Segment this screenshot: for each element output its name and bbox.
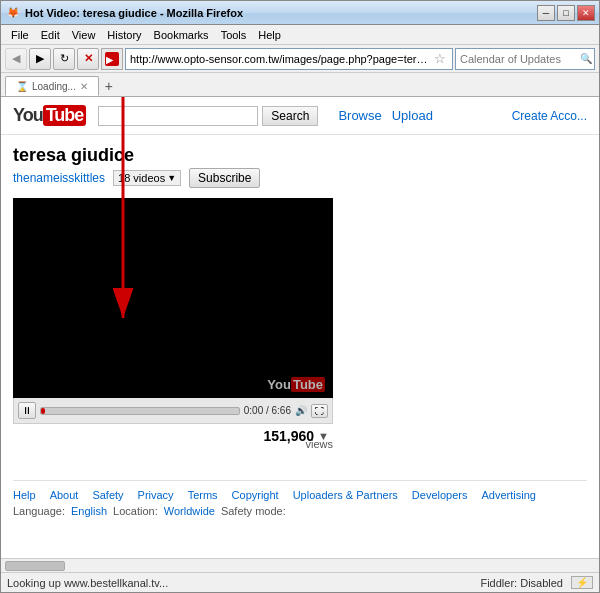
favicon: ▶ (101, 48, 123, 70)
svg-text:▶: ▶ (106, 55, 114, 65)
channel-name-link[interactable]: thenameisskittles (13, 171, 105, 185)
video-count-badge: 18 videos ▼ (113, 170, 181, 186)
bookmark-star-icon[interactable]: ☆ (432, 51, 448, 66)
menu-help[interactable]: Help (252, 27, 287, 43)
firefox-icon: 🦊 (5, 5, 21, 21)
footer-link-row: Help About Safety Privacy Terms Copyrigh… (13, 489, 587, 501)
upload-link[interactable]: Upload (392, 108, 433, 123)
youtube-logo-you: You (13, 105, 43, 126)
address-text: http://www.opto-sensor.com.tw/images/pag… (130, 53, 432, 65)
menu-history[interactable]: History (101, 27, 147, 43)
nav-search-box[interactable]: 🔍 (455, 48, 595, 70)
back-button[interactable]: ◀ (5, 48, 27, 70)
footer-advertising[interactable]: Advertising (481, 489, 535, 501)
status-text: Looking up www.bestellkanal.tv... (7, 577, 480, 589)
minimize-button[interactable]: ─ (537, 5, 555, 21)
page-title: teresa giudice (13, 145, 587, 166)
location-value[interactable]: Worldwide (164, 505, 215, 517)
footer-privacy[interactable]: Privacy (138, 489, 174, 501)
tab-loading-icon: ⌛ (16, 81, 28, 92)
footer-developers[interactable]: Developers (412, 489, 468, 501)
youtube-logo: YouTube (13, 105, 86, 126)
pause-button[interactable]: ⏸ (18, 402, 36, 419)
fullscreen-button[interactable]: ⛶ (311, 404, 328, 418)
browser-window: 🦊 Hot Video: teresa giudice - Mozilla Fi… (0, 0, 600, 593)
menu-bar: File Edit View History Bookmarks Tools H… (1, 25, 599, 45)
footer-help[interactable]: Help (13, 489, 36, 501)
channel-info: thenameisskittles 18 videos ▼ Subscribe (13, 168, 587, 188)
window-title: Hot Video: teresa giudice - Mozilla Fire… (25, 7, 537, 19)
video-count-text: 18 videos (118, 172, 165, 184)
video-screen[interactable]: YouTube (13, 198, 333, 398)
nav-search-input[interactable] (456, 53, 580, 65)
tab-bar: ⌛ Loading... ✕ + (1, 73, 599, 97)
menu-edit[interactable]: Edit (35, 27, 66, 43)
video-controls: ⏸ 0:00 / 6:66 🔊 ⛶ (13, 398, 333, 424)
volume-icon[interactable]: 🔊 (295, 405, 307, 416)
browse-link[interactable]: Browse (338, 108, 381, 123)
youtube-search-input[interactable] (98, 106, 258, 126)
tab-label: Loading... (32, 81, 76, 92)
safety-label: Safety mode: (221, 505, 286, 517)
footer-terms[interactable]: Terms (188, 489, 218, 501)
progress-bar[interactable] (40, 407, 240, 415)
menu-bookmarks[interactable]: Bookmarks (148, 27, 215, 43)
forward-button[interactable]: ▶ (29, 48, 51, 70)
footer-safety[interactable]: Safety (92, 489, 123, 501)
footer-links: Help About Safety Privacy Terms Copyrigh… (13, 480, 587, 523)
views-label: views (305, 438, 333, 450)
tab-close-icon[interactable]: ✕ (80, 81, 88, 92)
maximize-button[interactable]: □ (557, 5, 575, 21)
nav-bar: ◀ ▶ ↻ ✕ ▶ http://www.opto-sensor.com.tw/… (1, 45, 599, 73)
menu-tools[interactable]: Tools (215, 27, 253, 43)
video-wrapper: YouTube ⏸ 0:00 / 6:66 🔊 ⛶ 151,960 ▼ (13, 198, 333, 450)
page-content: YouTube Search Browse Upload Create Acco… (1, 97, 599, 558)
new-tab-button[interactable]: + (101, 78, 117, 94)
youtube-header: YouTube Search Browse Upload Create Acco… (1, 97, 599, 135)
youtube-search-bar: Search (98, 106, 318, 126)
reload-button[interactable]: ↻ (53, 48, 75, 70)
stop-button[interactable]: ✕ (77, 48, 99, 70)
time-display: 0:00 / 6:66 (244, 405, 291, 416)
footer-copyright[interactable]: Copyright (232, 489, 279, 501)
window-controls: ─ □ ✕ (537, 5, 595, 21)
close-button[interactable]: ✕ (577, 5, 595, 21)
address-bar[interactable]: http://www.opto-sensor.com.tw/images/pag… (125, 48, 453, 70)
fiddler-badge[interactable]: ⚡ (571, 576, 593, 589)
h-scroll-thumb[interactable] (5, 561, 65, 571)
youtube-logo-tube: Tube (43, 105, 87, 126)
location-label: Location: (113, 505, 158, 517)
youtube-watermark: YouTube (267, 377, 325, 392)
youtube-search-button[interactable]: Search (262, 106, 318, 126)
active-tab[interactable]: ⌛ Loading... ✕ (5, 76, 99, 96)
status-bar: Looking up www.bestellkanal.tv... Fiddle… (1, 572, 599, 592)
menu-view[interactable]: View (66, 27, 102, 43)
footer-uploaders[interactable]: Uploaders & Partners (293, 489, 398, 501)
footer-info-row: Language: English Location: Worldwide Sa… (13, 505, 587, 517)
title-bar: 🦊 Hot Video: teresa giudice - Mozilla Fi… (1, 1, 599, 25)
create-account-link[interactable]: Create Acco... (512, 109, 587, 123)
progress-fill (41, 408, 45, 414)
footer-about[interactable]: About (50, 489, 79, 501)
youtube-nav-links: Browse Upload (338, 108, 433, 123)
menu-file[interactable]: File (5, 27, 35, 43)
horizontal-scrollbar[interactable] (1, 558, 599, 572)
language-label: Language: (13, 505, 65, 517)
fiddler-status: Fiddler: Disabled (480, 577, 563, 589)
subscribe-button[interactable]: Subscribe (189, 168, 260, 188)
language-value[interactable]: English (71, 505, 107, 517)
nav-search-icon: 🔍 (580, 53, 594, 64)
video-count-arrow: ▼ (167, 173, 176, 183)
page-body: teresa giudice thenameisskittles 18 vide… (1, 135, 599, 533)
status-right: Fiddler: Disabled ⚡ (480, 576, 593, 589)
